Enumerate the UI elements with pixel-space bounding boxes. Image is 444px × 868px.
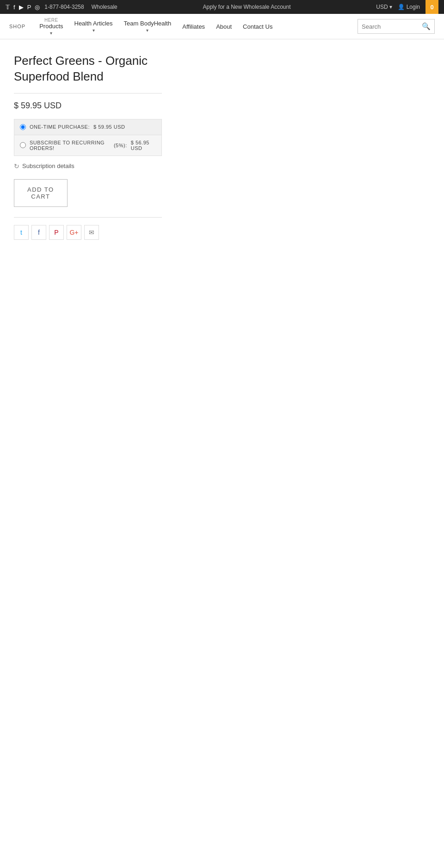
twitter-share-icon: t xyxy=(20,229,22,236)
divider-bottom xyxy=(14,217,162,218)
product-title: Perfect Greens - Organic Superfood Blend xyxy=(14,53,430,85)
nav-item-products[interactable]: HERE Products ▾ xyxy=(34,14,68,39)
one-time-price: $ 59.95 USD xyxy=(93,124,125,130)
shop-label[interactable]: SHOP xyxy=(9,24,25,29)
twitter-icon[interactable]: 𝕋 xyxy=(6,4,10,11)
nav-item-affiliates[interactable]: Affiliates xyxy=(177,14,210,39)
search-icon: 🔍 xyxy=(422,22,431,31)
share-facebook-button[interactable]: f xyxy=(31,225,46,240)
facebook-share-icon: f xyxy=(38,229,40,236)
pinterest-share-icon: P xyxy=(54,229,58,236)
search-bar: 🔍 xyxy=(358,19,435,34)
pinterest-icon[interactable]: P xyxy=(27,4,31,11)
nav-item-health-articles[interactable]: Health Articles ▾ xyxy=(69,14,118,39)
subscribe-discount: (5%): xyxy=(114,143,127,148)
login-button[interactable]: 👤 Login xyxy=(398,4,420,10)
share-email-button[interactable]: ✉ xyxy=(84,225,99,240)
nav-items: HERE Products ▾ Health Articles ▾ Team B… xyxy=(34,14,358,39)
one-time-radio[interactable] xyxy=(20,124,26,130)
subscribe-price: $ 56.95 USD xyxy=(131,140,156,151)
social-share: t f P G+ ✉ xyxy=(14,225,430,240)
search-input[interactable] xyxy=(362,23,422,30)
one-time-label: ONE-TIME PURCHASE: xyxy=(30,124,90,130)
subscribe-label: SUBSCRIBE TO RECURRING ORDERS! xyxy=(30,140,110,151)
top-bar: 𝕋 f ▶ P ◎ 1-877-804-3258 Wholesale Apply… xyxy=(0,0,444,14)
share-pinterest-button[interactable]: P xyxy=(49,225,64,240)
search-button[interactable]: 🔍 xyxy=(422,22,431,31)
main-nav: SHOP HERE Products ▾ Health Articles ▾ T… xyxy=(0,14,444,39)
page-content: Perfect Greens - Organic Superfood Blend… xyxy=(0,39,444,254)
apply-link[interactable]: Apply for a New Wholesale Account xyxy=(122,4,372,10)
one-time-purchase-option[interactable]: ONE-TIME PURCHASE: $ 59.95 USD xyxy=(14,119,161,135)
subscribe-radio[interactable] xyxy=(20,142,26,148)
cart-button[interactable]: 0 xyxy=(426,0,438,14)
social-icons: 𝕋 f ▶ P ◎ xyxy=(6,4,40,11)
facebook-icon[interactable]: f xyxy=(13,4,15,11)
share-gplus-button[interactable]: G+ xyxy=(67,225,81,240)
phone-number: 1-877-804-3258 xyxy=(44,4,84,10)
divider-top xyxy=(14,93,162,94)
products-chevron: ▾ xyxy=(50,31,52,36)
email-share-icon: ✉ xyxy=(89,229,94,236)
purchase-options: ONE-TIME PURCHASE: $ 59.95 USD SUBSCRIBE… xyxy=(14,119,162,156)
instagram-icon[interactable]: ◎ xyxy=(35,4,40,11)
share-twitter-button[interactable]: t xyxy=(14,225,29,240)
product-price: $ 59.95 USD xyxy=(14,101,430,111)
currency-selector[interactable]: USD ▾ xyxy=(376,4,392,10)
subscription-details-label: Subscription details xyxy=(22,162,74,169)
subscription-details-link[interactable]: ↻ Subscription details xyxy=(14,162,430,170)
gplus-share-icon: G+ xyxy=(69,229,78,236)
add-to-cart-button[interactable]: ADD TO CART xyxy=(14,179,68,207)
top-bar-right: USD ▾ 👤 Login 0 xyxy=(376,0,438,14)
subscribe-option[interactable]: SUBSCRIBE TO RECURRING ORDERS! (5%): $ 5… xyxy=(14,135,161,156)
nav-item-contact-us[interactable]: Contact Us xyxy=(237,14,278,39)
team-bodyhealth-chevron: ▾ xyxy=(146,28,148,33)
health-articles-chevron: ▾ xyxy=(92,28,95,33)
user-icon: 👤 xyxy=(398,4,405,10)
nav-item-team-bodyhealth[interactable]: Team BodyHealth ▾ xyxy=(118,14,177,39)
youtube-icon[interactable]: ▶ xyxy=(19,4,24,11)
nav-item-about[interactable]: About xyxy=(210,14,237,39)
refresh-icon: ↻ xyxy=(14,162,19,170)
wholesale-link[interactable]: Wholesale xyxy=(92,4,117,10)
